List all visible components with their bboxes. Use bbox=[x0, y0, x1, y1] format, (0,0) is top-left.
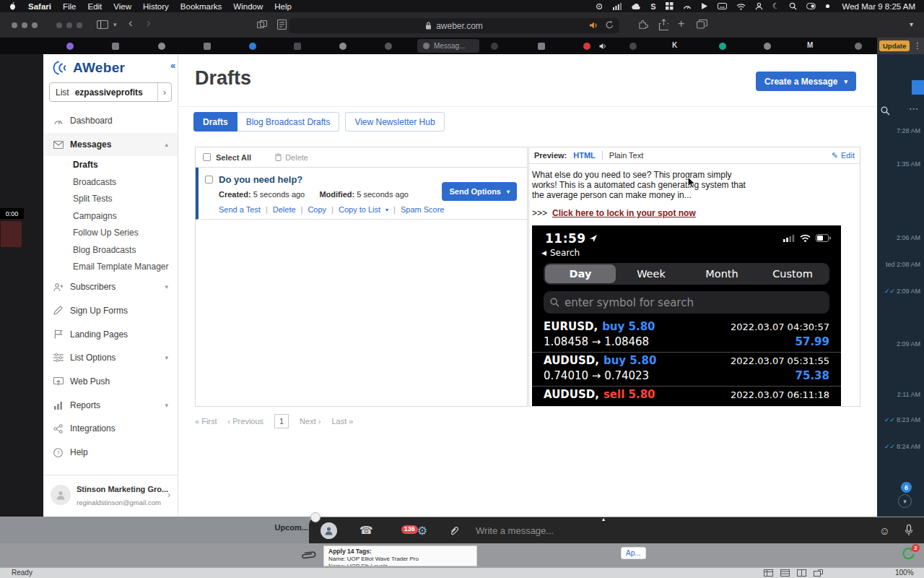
tab-favicon[interactable] bbox=[204, 43, 211, 50]
settings-wheel-icon[interactable]: ⚙ bbox=[417, 524, 427, 538]
chevron-down-icon[interactable]: ▾ bbox=[113, 21, 117, 28]
apple-icon[interactable] bbox=[9, 1, 17, 11]
menu-bookmarks[interactable]: Bookmarks bbox=[180, 2, 222, 11]
zoom-level[interactable]: 100% bbox=[895, 569, 914, 577]
new-tab-icon[interactable]: + bbox=[678, 17, 684, 30]
menu-help[interactable]: Help bbox=[274, 2, 292, 11]
play-icon[interactable] bbox=[701, 1, 708, 11]
record-dot-icon[interactable] bbox=[825, 1, 830, 11]
search-icon[interactable] bbox=[789, 1, 797, 11]
tab-favicon[interactable] bbox=[538, 43, 545, 50]
tab-favicon[interactable] bbox=[385, 43, 392, 50]
draft-title-link[interactable]: Do you need help? bbox=[219, 174, 302, 185]
tab-favicon[interactable] bbox=[764, 43, 771, 50]
tab-favicon[interactable] bbox=[66, 43, 74, 50]
sidebar-item-split-tests[interactable]: Split Tests bbox=[43, 190, 178, 207]
wifi-icon[interactable] bbox=[736, 1, 746, 11]
chevron-down-icon[interactable]: ▾ bbox=[910, 20, 913, 28]
sidebar-item-broadcasts[interactable]: Broadcasts bbox=[43, 173, 178, 191]
page-layout-icon[interactable] bbox=[780, 569, 790, 577]
pagination-last[interactable]: Last » bbox=[331, 417, 353, 426]
video-thumbnail[interactable] bbox=[1, 221, 22, 247]
select-all-checkbox[interactable] bbox=[203, 153, 211, 161]
drag-handle[interactable] bbox=[310, 512, 321, 522]
menubar-clock[interactable]: Wed Mar 9 8:25 AM bbox=[842, 2, 915, 11]
update-button[interactable]: Update bbox=[879, 40, 910, 51]
tab-favicon[interactable] bbox=[249, 43, 256, 50]
avatar[interactable] bbox=[321, 522, 337, 539]
sidebar-item-list-options[interactable]: List Options ▾ bbox=[43, 346, 178, 370]
tab-favicon[interactable] bbox=[629, 43, 637, 50]
keyboard-icon[interactable] bbox=[718, 1, 727, 11]
page-break-icon[interactable] bbox=[797, 569, 806, 577]
tab-audio-icon[interactable] bbox=[589, 21, 598, 30]
tab-favicon[interactable] bbox=[294, 43, 301, 50]
signal-bars-icon[interactable] bbox=[613, 1, 622, 11]
account-switcher[interactable]: Stinson Marketing Gro... reginaldstinson… bbox=[43, 475, 178, 514]
pagination-first[interactable]: « First bbox=[195, 417, 217, 426]
share-icon[interactable] bbox=[658, 19, 668, 30]
sidebar-item-landing-pages[interactable]: Landing Pages bbox=[43, 322, 178, 346]
chevron-down-icon[interactable]: ▾ bbox=[385, 207, 388, 213]
close-icon[interactable] bbox=[56, 22, 62, 28]
preview-tab-html[interactable]: HTML bbox=[573, 151, 596, 160]
control-center-icon[interactable] bbox=[806, 1, 816, 11]
sidebar-item-web-push[interactable]: Web Push bbox=[43, 370, 178, 394]
spam-score-link[interactable]: Spam Score bbox=[401, 205, 445, 214]
emoji-icon[interactable]: ☺ bbox=[879, 525, 890, 537]
tab-favicon-letter[interactable]: M bbox=[807, 41, 813, 49]
tab-favicon[interactable] bbox=[491, 43, 498, 50]
sidebar-item-messages[interactable]: Messages ▴ bbox=[43, 133, 178, 157]
copy-to-list-link[interactable]: Copy to List bbox=[339, 205, 380, 214]
sidebar-item-integrations[interactable]: Integrations bbox=[43, 417, 178, 441]
reader-icon[interactable] bbox=[277, 20, 287, 30]
reload-icon[interactable] bbox=[605, 20, 614, 30]
tab-favicon[interactable] bbox=[158, 43, 165, 50]
tab-favicon[interactable] bbox=[339, 43, 346, 50]
aweber-logo[interactable]: AWeber bbox=[52, 60, 125, 76]
tab-favicon[interactable] bbox=[719, 43, 726, 50]
tab-view-newsletter-hub[interactable]: View Newsletter Hub bbox=[345, 112, 444, 131]
edit-link[interactable]: ✎ Edit bbox=[832, 151, 855, 160]
normal-view-icon[interactable] bbox=[764, 569, 773, 577]
back-icon[interactable]: ‹ bbox=[128, 16, 133, 30]
user-icon[interactable] bbox=[755, 1, 763, 11]
preview-tab-plain-text[interactable]: Plain Text bbox=[609, 151, 644, 160]
menu-edit[interactable]: Edit bbox=[88, 2, 103, 11]
draft-row[interactable]: Do you need help? Created: 5 seconds ago… bbox=[196, 168, 527, 220]
message-input[interactable]: Write a message... bbox=[476, 525, 554, 536]
cta-link[interactable]: Click here to lock in your spot now bbox=[552, 208, 696, 218]
menu-app-name[interactable]: Safari bbox=[28, 2, 51, 11]
chat-blue-button[interactable] bbox=[912, 80, 924, 95]
minimize-icon[interactable] bbox=[22, 22, 27, 28]
grid-icon[interactable] bbox=[666, 1, 674, 11]
create-message-button[interactable]: Create a Message ▾ bbox=[756, 72, 856, 91]
sidebar-item-subscribers[interactable]: Subscribers ▾ bbox=[43, 275, 178, 299]
tab-favicon[interactable] bbox=[855, 43, 862, 50]
select-all-label[interactable]: Select All bbox=[216, 153, 251, 162]
sidebar-item-dashboard[interactable]: Dashboard bbox=[43, 109, 178, 133]
menu-view[interactable]: View bbox=[113, 2, 131, 11]
tab-blog-broadcast-drafts[interactable]: Blog Broadcast Drafts bbox=[237, 112, 340, 131]
extensions-icon[interactable] bbox=[638, 20, 648, 30]
delete-button[interactable]: Delete bbox=[275, 153, 308, 162]
tab-overview-icon[interactable] bbox=[257, 20, 268, 30]
gear-icon[interactable] bbox=[595, 1, 603, 11]
s-app-icon[interactable]: S bbox=[650, 1, 655, 11]
list-selector[interactable]: List ezpassiveprofits › bbox=[49, 82, 172, 102]
sidebar-item-email-template-manager[interactable]: Email Template Manager bbox=[43, 258, 178, 275]
menu-history[interactable]: History bbox=[143, 2, 169, 11]
cloud-icon[interactable] bbox=[631, 1, 641, 11]
forward-icon[interactable]: › bbox=[147, 16, 151, 30]
active-tab[interactable]: Messag... bbox=[417, 39, 479, 53]
custom-view-icon[interactable] bbox=[814, 569, 823, 577]
tab-favicon[interactable] bbox=[583, 43, 590, 50]
delete-link[interactable]: Delete bbox=[273, 205, 296, 214]
sidebar-item-campaigns[interactable]: Campaigns bbox=[43, 207, 178, 225]
sidebar-item-help[interactable]: ? Help bbox=[43, 441, 178, 465]
sidebar-toggle-icon[interactable] bbox=[97, 20, 108, 29]
attach-icon[interactable] bbox=[449, 525, 459, 535]
pagination-page-1[interactable]: 1 bbox=[274, 414, 289, 428]
search-icon[interactable] bbox=[881, 106, 890, 116]
send-a-test-link[interactable]: Send a Test bbox=[219, 205, 261, 214]
